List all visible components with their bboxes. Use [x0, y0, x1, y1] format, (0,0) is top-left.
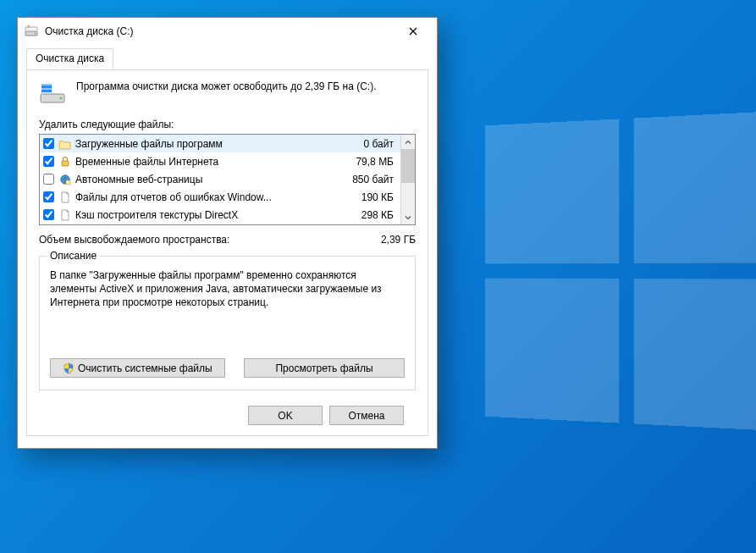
file-name: Автономные веб-страницы: [75, 174, 338, 185]
shield-icon: [63, 362, 74, 374]
file-size: 0 байт: [341, 138, 395, 150]
file-checkbox[interactable]: [43, 209, 54, 220]
ok-label: OK: [278, 410, 292, 422]
close-button[interactable]: [394, 19, 432, 44]
svg-point-4: [60, 97, 63, 100]
file-list-row[interactable]: Автономные веб-страницы850 байт: [40, 170, 400, 188]
file-checkbox[interactable]: [43, 191, 54, 202]
svg-rect-1: [25, 27, 37, 31]
window-body: Очистка диска Программа очистки диска мо…: [18, 45, 437, 448]
ok-button[interactable]: OK: [248, 406, 323, 425]
description-legend: Описание: [47, 250, 100, 262]
scroll-up-button[interactable]: [401, 135, 415, 149]
view-files-button[interactable]: Просмотреть файлы: [244, 358, 405, 378]
file-list-row[interactable]: Загруженные файлы программ0 байт: [40, 135, 400, 152]
summary-text: Программа очистки диска может освободить…: [76, 80, 377, 93]
file-name: Временные файлы Интернета: [75, 156, 338, 168]
file-name: Загруженные файлы программ: [75, 138, 338, 150]
page-icon: [58, 191, 72, 204]
svg-rect-7: [41, 88, 52, 90]
file-name: Файлы для отчетов об ошибках Window...: [75, 191, 338, 203]
tab-cleanup[interactable]: Очистка диска: [26, 48, 113, 69]
svg-rect-6: [41, 84, 52, 86]
delete-files-label: Удалить следующие файлы:: [39, 119, 416, 130]
scroll-down-button[interactable]: [401, 210, 415, 224]
lock-icon: [58, 155, 72, 169]
cancel-button[interactable]: Отмена: [329, 406, 404, 425]
file-list-row[interactable]: Кэш построителя текстуры DirectX298 КБ: [40, 206, 400, 224]
file-size: 79,8 МБ: [341, 156, 395, 168]
cancel-label: Отмена: [348, 410, 384, 422]
page-icon: [58, 208, 72, 222]
disk-cleanup-window: Очистка диска (C:) Очистка диска: [17, 17, 438, 449]
view-files-label: Просмотреть файлы: [275, 362, 372, 374]
clean-system-files-label: Очистить системные файлы: [78, 362, 212, 374]
clean-system-files-button[interactable]: Очистить системные файлы: [50, 358, 225, 378]
file-checkbox[interactable]: [43, 138, 54, 149]
tab-content: Программа очистки диска может освободить…: [26, 69, 428, 436]
file-size: 298 КБ: [341, 209, 395, 221]
scrollbar[interactable]: [400, 135, 415, 224]
window-title: Очистка диска (C:): [45, 25, 394, 37]
file-list-row[interactable]: Временные файлы Интернета79,8 МБ: [40, 152, 400, 170]
svg-point-2: [35, 33, 36, 35]
file-list-row[interactable]: Файлы для отчетов об ошибках Window...19…: [40, 188, 400, 206]
file-checkbox[interactable]: [43, 156, 54, 167]
titlebar: Очистка диска (C:): [18, 18, 437, 45]
folder-icon: [58, 137, 72, 151]
freed-space-label: Объем высвобождаемого пространства:: [39, 234, 381, 246]
description-text: В папке "Загруженные файлы программ" вре…: [50, 268, 405, 343]
scroll-thumb[interactable]: [401, 149, 415, 183]
freed-space-value: 2,39 ГБ: [381, 234, 416, 246]
desktop-windows-logo: [485, 111, 756, 431]
file-size: 850 байт: [341, 174, 395, 185]
file-name: Кэш построителя текстуры DirectX: [75, 209, 338, 221]
drive-icon: [39, 80, 66, 107]
file-checkbox[interactable]: [43, 174, 54, 185]
scroll-track[interactable]: [401, 149, 415, 210]
drive-cleanup-icon: [25, 25, 38, 38]
file-size: 190 КБ: [341, 191, 395, 203]
svg-rect-8: [62, 161, 69, 166]
tab-strip: Очистка диска: [26, 48, 428, 70]
file-list: Загруженные файлы программ0 байтВременны…: [39, 134, 416, 225]
globe-icon: [58, 173, 72, 186]
svg-rect-10: [66, 180, 70, 185]
description-groupbox: Описание В папке "Загруженные файлы прог…: [39, 256, 416, 390]
